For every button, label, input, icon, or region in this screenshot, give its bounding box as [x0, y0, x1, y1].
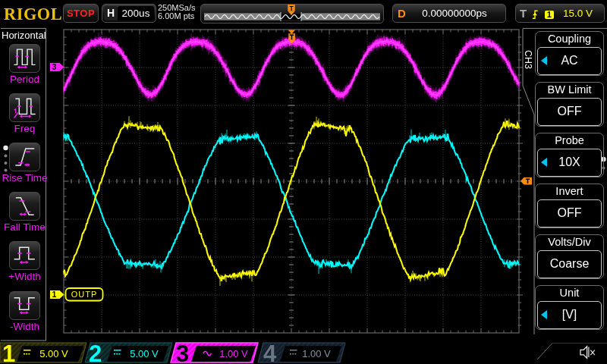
svg-text:1.00 V: 1.00 V: [302, 348, 331, 359]
svg-text:3: 3: [52, 62, 57, 71]
svg-text:1: 1: [2, 340, 15, 364]
svg-text:CH3: CH3: [523, 50, 533, 69]
svg-text:OUTP: OUTP: [71, 290, 98, 299]
svg-text:5.00 V: 5.00 V: [39, 348, 68, 359]
svg-text:1: 1: [52, 290, 57, 299]
svg-text:4: 4: [263, 340, 277, 364]
svg-text:T: T: [289, 5, 294, 12]
svg-text:3: 3: [176, 340, 189, 364]
svg-text:1.00 V: 1.00 V: [219, 348, 248, 359]
svg-text:2: 2: [89, 340, 102, 364]
svg-text:5.00 V: 5.00 V: [130, 348, 159, 359]
